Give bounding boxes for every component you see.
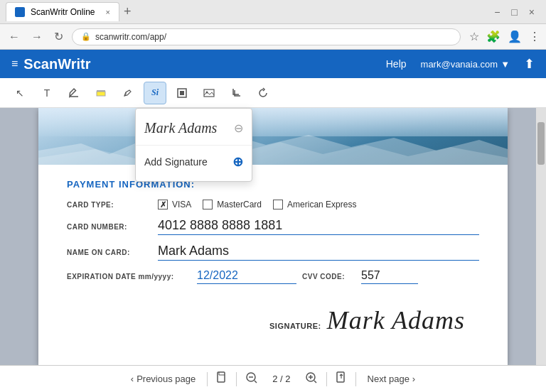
- svg-rect-1: [97, 92, 105, 96]
- maximize-button[interactable]: □: [511, 6, 517, 18]
- signature-name: Mark Adams: [144, 120, 217, 136]
- account-icon[interactable]: 👤: [508, 30, 522, 43]
- scrollbar-thumb[interactable]: [537, 122, 545, 165]
- help-link[interactable]: Help: [386, 58, 407, 70]
- prev-icon: ‹: [131, 374, 134, 384]
- separator-4: [355, 372, 356, 386]
- name-row: NAME ON CARD: Mark Adams: [67, 244, 479, 261]
- card-options: ✗ VISA MasterCard American Express: [158, 200, 356, 209]
- page-counter: 2 / 2: [267, 374, 296, 384]
- page-sep: /: [280, 374, 283, 384]
- svg-rect-4: [180, 91, 184, 95]
- card-type-row: CARD TYPE: ✗ VISA MasterCard American Ex…: [67, 200, 479, 209]
- svg-line-10: [255, 381, 257, 383]
- name-label: NAME ON CARD:: [67, 249, 152, 256]
- user-caret-icon: ▼: [500, 59, 510, 70]
- add-signature-item[interactable]: Add Signature ⊕: [136, 148, 252, 175]
- export-button[interactable]: [330, 369, 353, 390]
- close-button[interactable]: ×: [529, 6, 535, 18]
- star-icon[interactable]: ☆: [469, 30, 479, 43]
- select-tool-button[interactable]: ↖: [9, 82, 31, 104]
- svg-line-14: [314, 381, 316, 383]
- zoom-out-button[interactable]: [240, 369, 264, 390]
- image-tool-button[interactable]: [198, 82, 220, 104]
- separator-2: [236, 372, 237, 386]
- back-button[interactable]: ←: [6, 29, 23, 45]
- toolbar: ↖ T Si Mark Adams ⊖ Add Signature ⊕: [0, 78, 546, 108]
- card-number-value: 4012 8888 8888 1881: [158, 218, 479, 235]
- signature-field-label: SIGNATURE:: [269, 322, 321, 330]
- checkbox-tool-button[interactable]: [171, 82, 193, 104]
- expiration-value: 12/2022: [197, 269, 296, 284]
- amex-option[interactable]: American Express: [273, 200, 356, 209]
- separator-3: [326, 372, 327, 386]
- expiration-cvv-row: EXPIRATION DATE mm/yyyy: 12/2022 CVV COD…: [67, 269, 479, 284]
- amex-label: American Express: [287, 200, 356, 209]
- scrollbar[interactable]: [536, 108, 546, 365]
- visa-label: VISA: [172, 200, 191, 209]
- bottom-bar: ‹ Previous page 2 / 2 Next page ›: [0, 365, 546, 392]
- signature-dropdown: Mark Adams ⊖ Add Signature ⊕: [135, 108, 252, 182]
- user-email: mark@vanaia.com: [421, 59, 498, 70]
- forward-button[interactable]: →: [28, 29, 46, 45]
- card-number-label: CARD NUMBER:: [67, 223, 152, 231]
- signature-tool-button[interactable]: Si: [144, 82, 166, 104]
- name-value: Mark Adams: [158, 244, 479, 261]
- url-text: scanwritr.com/app/: [95, 32, 166, 42]
- add-signature-label: Add Signature: [144, 156, 208, 168]
- browser-tab[interactable]: ScanWritr Online ×: [6, 2, 119, 21]
- rotate-tool-button[interactable]: [252, 82, 274, 104]
- cvv-value: 557: [361, 269, 418, 284]
- next-label: Next page: [368, 374, 410, 384]
- pen-tool-button[interactable]: [117, 82, 139, 104]
- tab-close-button[interactable]: ×: [106, 8, 110, 16]
- next-icon: ›: [412, 374, 415, 384]
- dropdown-divider: [136, 145, 252, 146]
- refresh-button[interactable]: ↻: [51, 28, 66, 45]
- add-signature-icon[interactable]: ⊕: [232, 154, 243, 170]
- new-tab-button[interactable]: +: [124, 4, 132, 19]
- mastercard-option[interactable]: MasterCard: [203, 200, 262, 209]
- next-page-button[interactable]: Next page ›: [359, 371, 424, 387]
- eraser-tool-button[interactable]: [63, 82, 85, 104]
- app-header: ≡ ScanWritr Help mark@vanaia.com ▼ ⬆: [0, 50, 546, 78]
- tab-favicon: [15, 7, 25, 17]
- browser-titlebar: ScanWritr Online × + − □ ×: [0, 0, 546, 24]
- minimize-button[interactable]: −: [494, 6, 500, 18]
- highlight-tool-button[interactable]: [90, 82, 112, 104]
- upload-icon[interactable]: ⬆: [524, 56, 535, 72]
- main-content-area: PAYMENT INFORMATION: CARD TYPE: ✗ VISA M…: [0, 108, 546, 365]
- amex-checkbox[interactable]: [273, 200, 283, 209]
- user-menu[interactable]: mark@vanaia.com ▼: [421, 59, 510, 70]
- document-page: PAYMENT INFORMATION: CARD TYPE: ✗ VISA M…: [38, 108, 508, 365]
- browser-icons: ☆ 🧩 👤 ⋮: [469, 30, 540, 43]
- text-tool-button[interactable]: T: [36, 82, 58, 104]
- separator-1: [207, 372, 208, 386]
- visa-option[interactable]: ✗ VISA: [158, 200, 191, 209]
- signature-written: Mark Adams: [327, 305, 465, 335]
- document-content: PAYMENT INFORMATION: CARD TYPE: ✗ VISA M…: [38, 165, 508, 349]
- card-type-label: CARD TYPE:: [67, 201, 152, 209]
- page-icon-button[interactable]: [210, 369, 233, 390]
- menu-lines-icon[interactable]: ≡: [11, 58, 18, 70]
- page-total: 2: [285, 374, 290, 384]
- page-current: 2: [272, 374, 277, 384]
- tab-title: ScanWritr Online: [31, 7, 95, 17]
- app-logo: ≡ ScanWritr: [11, 56, 90, 72]
- delete-signature-icon[interactable]: ⊖: [234, 121, 243, 135]
- menu-icon[interactable]: ⋮: [529, 30, 540, 43]
- card-number-row: CARD NUMBER: 4012 8888 8888 1881: [67, 218, 479, 235]
- visa-checkbox[interactable]: ✗: [158, 200, 168, 209]
- zoom-in-button[interactable]: [299, 369, 323, 390]
- signature-item[interactable]: Mark Adams ⊖: [136, 114, 252, 142]
- address-bar[interactable]: 🔒 scanwritr.com/app/: [72, 28, 461, 45]
- crop-tool-button[interactable]: [225, 82, 247, 104]
- mastercard-checkbox[interactable]: [203, 200, 213, 209]
- svg-rect-2: [97, 90, 105, 92]
- previous-page-button[interactable]: ‹ Previous page: [122, 371, 204, 387]
- expiration-label: EXPIRATION DATE mm/yyyy:: [67, 273, 191, 281]
- document-header-image: [38, 108, 508, 165]
- svg-rect-15: [337, 372, 344, 382]
- app-header-right: Help mark@vanaia.com ▼ ⬆: [386, 56, 535, 72]
- extensions-icon[interactable]: 🧩: [486, 30, 500, 43]
